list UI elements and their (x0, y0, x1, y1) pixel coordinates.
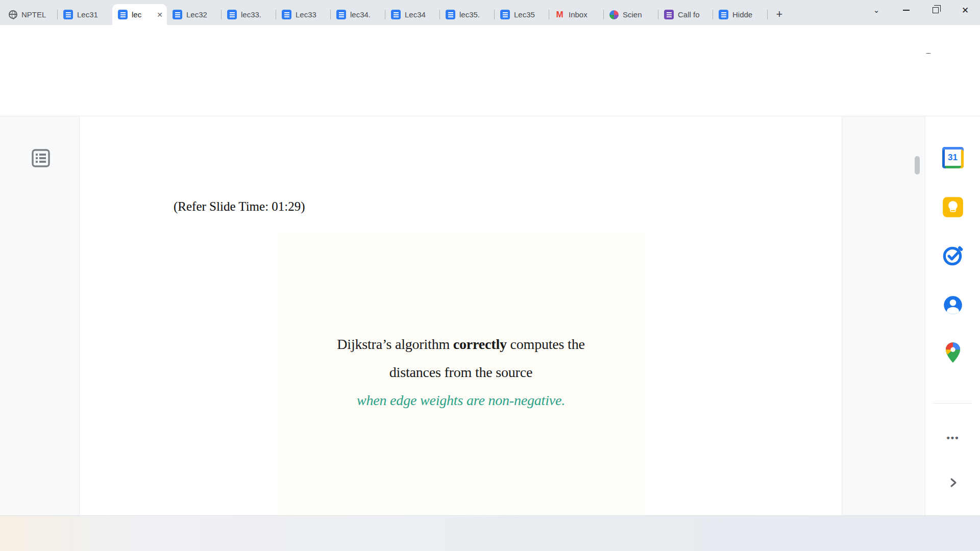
docs-favicon-icon (446, 10, 455, 19)
tab-label: Lec32 (186, 10, 217, 19)
windows-taskbar: 35°C Haze ENG IN 17:25 26 (0, 515, 980, 551)
browser-toolbar: docs.google.com/document/d/1kMoYCJCSx_h4… (0, 25, 980, 54)
tab-label: Lec33 (296, 10, 327, 19)
tab-label: Hidde (732, 10, 764, 19)
tab-label: Call fo (678, 10, 709, 19)
tasks-icon[interactable] (941, 244, 965, 267)
screen: NPTELLec31lec✕Lec32lec33.Lec33lec34.Lec3… (0, 0, 980, 551)
tab-label: Inbox (569, 10, 600, 19)
tab-label: lec (132, 10, 153, 19)
gmail-favicon-icon: M (555, 10, 565, 20)
docs-favicon-icon (282, 10, 291, 19)
tab[interactable]: Lec31 (58, 4, 112, 25)
tab[interactable]: Scien (604, 4, 658, 25)
tab[interactable]: MInbox (549, 4, 604, 25)
tab-strip: NPTELLec31lec✕Lec32lec33.Lec33lec34.Lec3… (0, 0, 768, 25)
tab-label: Lec31 (77, 10, 108, 19)
docs-favicon-icon (719, 10, 728, 19)
refer-slide-line: (Refer Slide Time: 01:29) (174, 199, 305, 214)
close-button[interactable]: ✕ (950, 0, 980, 20)
tab-label: lec33. (241, 10, 272, 19)
tab[interactable]: Hidde (713, 4, 768, 25)
globe-favicon-icon (9, 10, 17, 19)
tab[interactable]: Lec32 (167, 4, 222, 25)
calendar-icon[interactable]: 31 (941, 146, 965, 169)
tab-search-chevron-icon[interactable]: ⌄ (862, 0, 891, 20)
side-panel-collapse-icon[interactable] (925, 476, 980, 491)
document-scrollbar-thumb[interactable] (915, 156, 920, 174)
docs-favicon-icon (336, 10, 346, 19)
slide-image: Dijkstra’s algorithm correctly computes … (277, 232, 645, 515)
restore-button[interactable] (921, 0, 950, 20)
tab-label: lec35. (459, 10, 491, 19)
docs-header: lec32 .DOC File Edit View Tools Help Req… (0, 54, 980, 116)
contacts-icon[interactable] (941, 293, 965, 317)
document-outline-icon[interactable] (29, 146, 53, 170)
docs-favicon-icon (173, 10, 182, 19)
maps-icon[interactable] (941, 341, 965, 364)
tab-label: lec34. (350, 10, 381, 19)
slide-line-1: Dijkstra’s algorithm correctly computes … (277, 330, 645, 358)
tab-active[interactable]: lec✕ (112, 4, 167, 25)
forms-favicon-icon (664, 10, 674, 19)
side-panel-divider (934, 403, 972, 404)
keep-icon[interactable] (941, 195, 965, 219)
tab[interactable]: lec34. (331, 4, 385, 25)
tab-label: Lec35 (514, 10, 545, 19)
google-side-panel: ••• 31 (925, 116, 980, 515)
side-panel-more-icon[interactable]: ••• (925, 433, 980, 443)
slide-line-3: when edge weights are non-negative. (277, 386, 645, 414)
slide-line-2: distances from the source (277, 358, 645, 386)
docs-favicon-icon (63, 10, 73, 19)
docs-favicon-icon (391, 10, 401, 19)
minimize-button[interactable] (891, 0, 921, 20)
tab[interactable]: lec33. (222, 4, 276, 25)
document-canvas: (Refer Slide Time: 01:29) Dijkstra’s alg… (0, 116, 925, 515)
browser-tab-strip: NPTELLec31lec✕Lec32lec33.Lec33lec34.Lec3… (0, 0, 980, 25)
tab-label: Scien (623, 10, 654, 19)
window-controls: ⌄ ✕ (862, 0, 980, 20)
document-page: (Refer Slide Time: 01:29) Dijkstra’s alg… (79, 116, 842, 515)
science-favicon-icon (609, 10, 619, 19)
docs-favicon-icon (118, 10, 128, 19)
tab-close-icon[interactable]: ✕ (157, 11, 163, 19)
tab[interactable]: Call fo (658, 4, 713, 25)
tab[interactable]: lec35. (440, 4, 495, 25)
calendar-day-label: 31 (942, 147, 964, 168)
tab[interactable]: Lec33 (276, 4, 331, 25)
new-tab-button[interactable]: + (772, 7, 787, 22)
tab-label: Lec34 (405, 10, 436, 19)
tab[interactable]: Lec35 (495, 4, 549, 25)
docs-favicon-icon (500, 10, 510, 19)
docs-favicon-icon (227, 10, 237, 19)
tab[interactable]: Lec34 (385, 4, 440, 25)
tab[interactable]: NPTEL (3, 4, 58, 25)
tab-label: NPTEL (21, 10, 54, 19)
